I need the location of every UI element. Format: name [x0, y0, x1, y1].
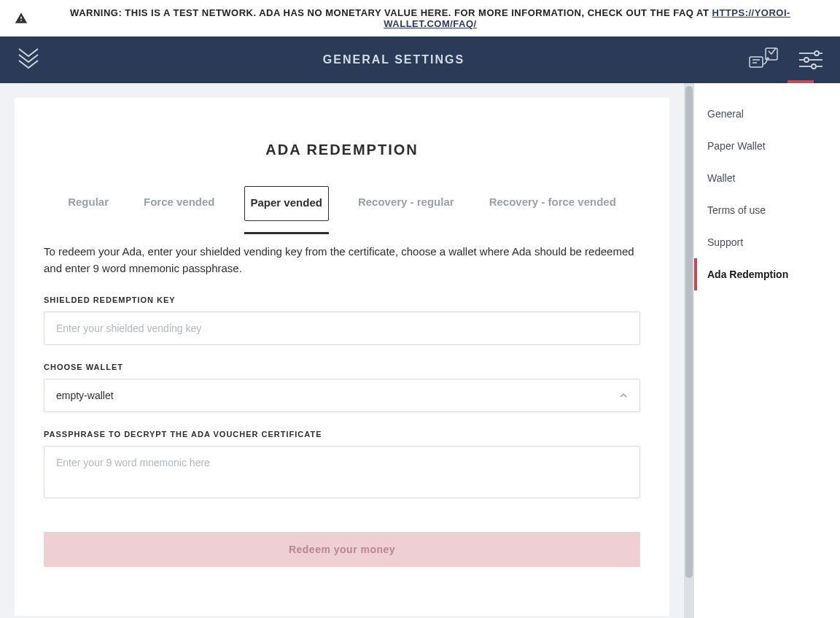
chevron-up-icon [619, 391, 628, 400]
sidebar-item-ada-redemption[interactable]: Ada Redemption [694, 258, 840, 290]
settings-icon[interactable] [799, 50, 822, 70]
settings-sidebar: General Paper Wallet Wallet Terms of use… [694, 83, 840, 618]
page-title-header: GENERAL SETTINGS [39, 53, 748, 66]
wallet-selected-value: empty-wallet [56, 390, 114, 401]
label-redemption-key: SHIELDED REDEMPTION KEY [44, 296, 640, 304]
banner-text-prefix: WARNING: THIS IS A TEST NETWORK. ADA HAS… [70, 7, 712, 18]
field-redemption-key: SHIELDED REDEMPTION KEY [44, 296, 640, 345]
warning-icon [15, 12, 28, 25]
tab-recovery-force-vended[interactable]: Recovery - force vended [483, 186, 622, 221]
label-choose-wallet: CHOOSE WALLET [44, 363, 640, 371]
sidebar-item-wallet[interactable]: Wallet [694, 162, 840, 194]
field-choose-wallet: CHOOSE WALLET empty-wallet [44, 363, 640, 412]
tab-paper-vended[interactable]: Paper vended [244, 186, 329, 221]
redemption-card: ADA REDEMPTION Regular Force vended Pape… [15, 98, 669, 616]
wallet-select[interactable]: empty-wallet [44, 379, 640, 412]
app-header: GENERAL SETTINGS [0, 36, 840, 83]
sidebar-item-terms-of-use[interactable]: Terms of use [694, 194, 840, 226]
svg-rect-0 [750, 57, 763, 67]
tab-recovery-regular[interactable]: Recovery - regular [352, 186, 460, 221]
sidebar-item-general[interactable]: General [694, 98, 840, 130]
field-passphrase: PASSPHRASE TO DECRYPT THE ADA VOUCHER CE… [44, 430, 640, 501]
logo-icon[interactable] [18, 47, 39, 72]
main-content: ADA REDEMPTION Regular Force vended Pape… [0, 83, 684, 618]
banner-text: WARNING: THIS IS A TEST NETWORK. ADA HAS… [35, 7, 825, 29]
intro-text: To redeem your Ada, enter your shielded … [44, 243, 640, 277]
redeem-button[interactable]: Redeem your money [44, 532, 640, 567]
sidebar-item-paper-wallet[interactable]: Paper Wallet [694, 130, 840, 162]
redemption-key-input[interactable] [44, 312, 640, 345]
card-title: ADA REDEMPTION [44, 142, 640, 158]
tab-regular[interactable]: Regular [62, 186, 114, 221]
settings-active-indicator [788, 80, 814, 83]
svg-point-7 [812, 64, 816, 69]
scrollbar-thumb[interactable] [685, 86, 693, 578]
scrollbar-track[interactable] [684, 83, 694, 618]
sidebar-item-support[interactable]: Support [694, 226, 840, 258]
svg-point-5 [804, 58, 809, 62]
transfer-icon[interactable] [748, 47, 779, 73]
redemption-tabs: Regular Force vended Paper vended Recove… [44, 186, 640, 221]
passphrase-input[interactable] [44, 446, 640, 498]
label-passphrase: PASSPHRASE TO DECRYPT THE ADA VOUCHER CE… [44, 430, 640, 439]
svg-point-3 [814, 51, 819, 55]
test-network-banner: WARNING: THIS IS A TEST NETWORK. ADA HAS… [0, 0, 840, 36]
tab-force-vended[interactable]: Force vended [138, 186, 221, 221]
